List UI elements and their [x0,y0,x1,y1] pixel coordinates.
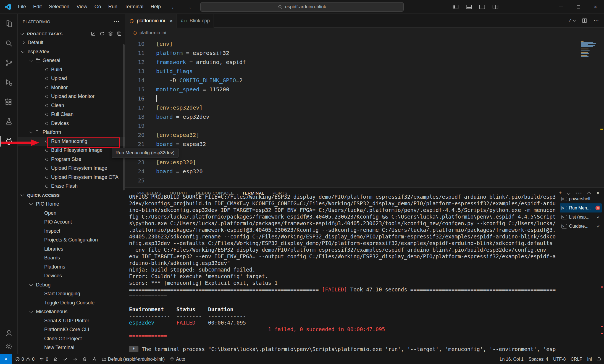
sidebar-item-open[interactable]: Open [18,209,125,218]
command-center-search[interactable]: espidf-arduino-blink [200,2,404,12]
sidebar-item-serial-udp-plotter[interactable]: Serial & UDP Plotter [18,316,125,325]
sidebar-item-build[interactable]: Build [18,65,125,74]
launch-profile-icon[interactable] [568,192,570,194]
close-icon[interactable]: × [587,0,604,14]
sidebar-item-program-size[interactable]: Program Size [18,155,125,164]
activity-beaker[interactable] [0,112,17,131]
status-eol[interactable]: CRLF [568,354,585,364]
status-encoding[interactable]: UTF-8 [551,354,568,364]
status-pio-environment[interactable]: Default (espidf-arduino-blink) [99,354,167,364]
split-editor-icon[interactable] [582,18,587,23]
sidebar-item-devices[interactable]: Devices [18,272,125,281]
menu-edit[interactable]: Edit [30,0,45,14]
sidebar-item-boards[interactable]: Boards [18,254,125,263]
status-notifications[interactable] [594,354,604,364]
status-ports[interactable]: 0 [37,354,51,364]
activity-explorer[interactable] [0,14,17,33]
activity-search[interactable] [0,33,17,53]
activity-debug[interactable] [0,73,17,92]
terminal-list-item-run-men[interactable]: >_Run Men...× [560,203,602,212]
status-remote-indicator[interactable] [0,354,12,364]
section-project-tasks[interactable]: PROJECT TASKS [18,29,125,38]
run-build-task-icon[interactable]: ✓ [568,18,575,23]
status-serial-port[interactable]: Auto [167,354,188,364]
terminal-list-item-powershell[interactable]: >_powershell [560,194,602,203]
close-tab-icon[interactable]: × [170,18,173,24]
sidebar-item-debug[interactable]: Debug [18,280,125,289]
sidebar-item-erase-flash[interactable]: Erase Flash [18,182,125,191]
menu-file[interactable]: File [14,0,30,14]
status-pio-home[interactable] [51,354,61,364]
terminal-output[interactable]: ONFIGS_PROJBUILD_SOURCE_FILE=C:/Files/Wo… [129,193,560,353]
sidebar-item-devices[interactable]: Devices [18,119,125,128]
status-pio-upload[interactable] [70,354,80,364]
sidebar-item-inspect[interactable]: Inspect [18,227,125,236]
sidebar-item-pio-home[interactable]: PIO Home [18,200,125,209]
menu-run[interactable]: Run [105,0,121,14]
breadcrumb[interactable]: platformio.ini [125,28,604,38]
toggle-secondary-sidebar-icon[interactable] [479,4,485,10]
activity-pio[interactable] [0,131,17,151]
maximize-icon[interactable] [570,0,587,14]
activity-account[interactable] [0,326,17,340]
sidebar-item-miscellaneous[interactable]: Miscellaneous [18,307,125,317]
sidebar-item-upload-filesystem-image-ota[interactable]: Upload Filesystem Image OTA [18,173,125,182]
terminal-list-item-outdate[interactable]: >_Outdate...✓ [560,222,602,231]
sidebar-item-clean[interactable]: Clean [18,101,125,110]
status-language-mode[interactable]: Ini [585,354,594,364]
more-actions-icon[interactable]: ··· [594,18,599,23]
sidebar-item-platform[interactable]: Platform [18,128,125,137]
menu-selection[interactable]: Selection [45,0,73,14]
tab-platformio-ini[interactable]: platformio.ini× [125,14,177,28]
status-problems[interactable]: 00 [13,354,37,364]
sidebar-item-default[interactable]: Default [18,38,125,47]
status-cursor-position[interactable]: Ln 16, Col 1 [497,354,526,364]
toggle-sidebar-icon[interactable] [453,4,459,10]
terminal-list-item-list-esp[interactable]: >_List (esp...✓ [560,212,602,222]
group-environments-icon[interactable] [108,31,113,36]
status-pio-test[interactable] [90,354,99,364]
sidebar-item-start-debugging[interactable]: Start Debugging [18,289,125,299]
edit-tasks-icon[interactable] [91,31,96,36]
tab-blink-cpp[interactable]: C++Blink.cpp [177,14,214,28]
sidebar-item-build-filesystem-image[interactable]: Build Filesystem Image [18,146,125,155]
sidebar-item-full-clean[interactable]: Full Clean [18,110,125,119]
code-editor[interactable]: 10[env]11platform = espressif3212framewo… [125,38,604,187]
menu-go[interactable]: Go [91,0,105,14]
minimap[interactable] [581,41,599,58]
sidebar-item-upload-and-monitor[interactable]: Upload and Monitor [18,92,125,101]
activity-scm[interactable] [0,53,17,73]
sidebar-item-general[interactable]: General [18,56,125,65]
sidebar-item-libraries[interactable]: Libraries [18,245,125,254]
sidebar-scrollbar[interactable] [123,44,125,190]
sidebar-item-toggle-debug-console[interactable]: Toggle Debug Console [18,298,125,307]
sidebar-item-new-terminal[interactable]: New Terminal [18,343,125,352]
customize-layout-icon[interactable] [492,4,498,10]
menu-help[interactable]: Help [147,0,164,14]
sidebar-item-run-menuconfig[interactable]: Run Menuconfig [18,137,125,146]
sidebar-item-clone-git-project[interactable]: Clone Git Project [18,334,125,343]
status-indentation[interactable]: Spaces: 4 [526,354,551,364]
navigate-forward-icon[interactable]: → [186,0,192,14]
menu-terminal[interactable]: Terminal [121,0,147,14]
navigate-back-icon[interactable]: ← [171,0,177,14]
sidebar-item-platforms[interactable]: Platforms [18,262,125,272]
toggle-panel-icon[interactable] [466,4,472,10]
menu-view[interactable]: View [73,0,91,14]
minimize-icon[interactable] [553,0,570,14]
sidebar-item-projects-configuration[interactable]: Projects & Configuration [18,236,125,245]
sidebar-item-monitor[interactable]: Monitor [18,83,125,92]
sidebar-item-esp32dev[interactable]: esp32dev [18,47,125,56]
sidebar-item-upload[interactable]: Upload [18,74,125,83]
sidebar-item-pio-account[interactable]: PIO Account [18,218,125,227]
collapse-all-icon[interactable] [117,31,122,36]
more-actions-icon[interactable]: ··· [114,18,120,25]
sidebar-item-upload-filesystem-image[interactable]: Upload Filesystem Image [18,164,125,173]
status-pio-build[interactable] [61,354,70,364]
section-quick-access[interactable]: QUICK ACCESS [18,191,125,200]
refresh-icon[interactable] [99,31,104,36]
activity-gear[interactable] [0,340,17,353]
status-pio-clean[interactable] [80,354,90,364]
sidebar-item-platformio-core-cli[interactable]: PlatformIO Core CLI [18,325,125,334]
activity-extensions[interactable] [0,92,17,112]
